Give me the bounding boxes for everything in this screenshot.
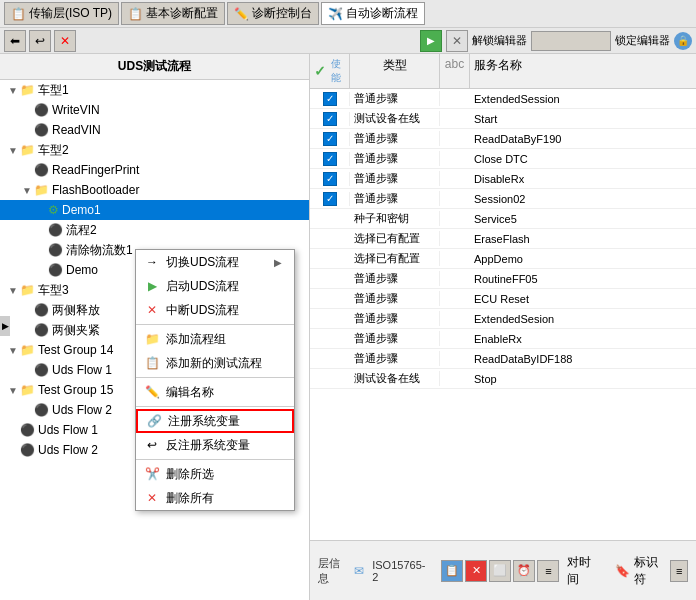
tree-node-flashboot[interactable]: ▼ 📁 FlashBootloader	[0, 180, 309, 200]
tree-node-readvin[interactable]: ⚫ ReadVIN	[0, 120, 309, 140]
menu-delete-all[interactable]: ✕ 删除所有	[136, 486, 294, 510]
tab-iso-tp-icon: 📋	[11, 7, 26, 21]
tree-node-writevin[interactable]: ⚫ WriteVIN	[0, 100, 309, 120]
cell-enable-1[interactable]: ✓	[310, 112, 350, 126]
cell-service-10: ECU Reset	[470, 293, 696, 305]
tree-node-car2[interactable]: ▼ 📁 车型2	[0, 140, 309, 160]
expand-testgroup14[interactable]: ▼	[6, 345, 20, 356]
cell-enable-0[interactable]: ✓	[310, 92, 350, 106]
cell-type-3: 普通步骤	[350, 151, 440, 166]
table-row[interactable]: 普通步骤 RoutineFF05	[310, 269, 696, 289]
main-container: UDS测试流程 ▼ 📁 车型1 ⚫ WriteVIN ⚫ ReadVIN ▼ 📁…	[0, 54, 696, 600]
menu-switch-label: 切换UDS流程	[166, 254, 239, 271]
menu-unregister-label: 反注册系统变量	[166, 437, 250, 454]
cell-enable-5[interactable]: ✓	[310, 192, 350, 206]
tab-iso-tp[interactable]: 📋 传输层(ISO TP)	[4, 2, 119, 25]
menu-unregister-var[interactable]: ↩ 反注册系统变量	[136, 433, 294, 457]
flashboot-label: FlashBootloader	[52, 183, 139, 197]
table-row[interactable]: 普通步骤 ReadDataByIDF188	[310, 349, 696, 369]
cell-type-2: 普通步骤	[350, 131, 440, 146]
bottom-btn-3[interactable]: ⬜	[489, 560, 511, 582]
cell-service-11: ExtendedSesion	[470, 313, 696, 325]
bottom-btn-id[interactable]: ≡	[670, 560, 688, 582]
bottom-btn-4[interactable]: ⏰	[513, 560, 535, 582]
table-row[interactable]: 普通步骤 ECU Reset	[310, 289, 696, 309]
cell-type-9: 普通步骤	[350, 271, 440, 286]
lock-input[interactable]	[531, 31, 611, 51]
menu-stop-label: 中断UDS流程	[166, 302, 239, 319]
dot-udsflow2: ⚫	[34, 403, 49, 417]
play-button[interactable]: ▶	[420, 30, 442, 52]
menu-edit-label: 编辑名称	[166, 384, 214, 401]
menu-add-group[interactable]: 📁 添加流程组	[136, 327, 294, 351]
time-label: 对时间	[567, 554, 595, 588]
header-service: 服务名称	[474, 58, 522, 72]
tree-node-car1[interactable]: ▼ 📁 车型1	[0, 80, 309, 100]
menu-add-flow[interactable]: 📋 添加新的测试流程	[136, 351, 294, 375]
dot-demo: ⚫	[48, 263, 63, 277]
top-bar: 📋 传输层(ISO TP) 📋 基本诊断配置 ✏️ 诊断控制台 ✈️ 自动诊断流…	[0, 0, 696, 28]
table-row[interactable]: 种子和密钥 Service5	[310, 209, 696, 229]
toolbar-btn-2[interactable]: ↩	[29, 30, 51, 52]
menu-register-var[interactable]: 🔗 注册系统变量	[136, 409, 294, 433]
cell-service-0: ExtendedSession	[470, 93, 696, 105]
dot-liangjian1: ⚫	[34, 303, 49, 317]
menu-sep-1	[136, 324, 294, 325]
table-row[interactable]: 测试设备在线 Stop	[310, 369, 696, 389]
readvin-label: ReadVIN	[52, 123, 101, 137]
expand-flashboot[interactable]: ▼	[20, 185, 34, 196]
expand-car2[interactable]: ▼	[6, 145, 20, 156]
table-row[interactable]: ✓ 普通步骤 ExtendedSession	[310, 89, 696, 109]
cell-service-7: EraseFlash	[470, 233, 696, 245]
bottom-btn-2[interactable]: ✕	[465, 560, 487, 582]
demo1-label: Demo1	[62, 203, 101, 217]
table-row[interactable]: ✓ 普通步骤 Close DTC	[310, 149, 696, 169]
stop-button[interactable]: ✕	[446, 30, 468, 52]
tab-auto-diag[interactable]: ✈️ 自动诊断流程	[321, 2, 425, 25]
tree-node-demo1[interactable]: ⚙ Demo1	[0, 200, 309, 220]
tab-basic-diag[interactable]: 📋 基本诊断配置	[121, 2, 225, 25]
table-row[interactable]: ✓ 普通步骤 DisableRx	[310, 169, 696, 189]
menu-start-uds[interactable]: ▶ 启动UDS流程	[136, 274, 294, 298]
right-bottom: 对时间 🔖 标识符 ≡	[567, 554, 688, 588]
tab-diag-console[interactable]: ✏️ 诊断控制台	[227, 2, 319, 25]
menu-switch-uds[interactable]: → 切换UDS流程 ▶	[136, 250, 294, 274]
udsflow1b-label: Uds Flow 1	[38, 423, 98, 437]
table-row[interactable]: ✓ 普通步骤 ReadDataByF190	[310, 129, 696, 149]
table-row[interactable]: 选择已有配置 EraseFlash	[310, 229, 696, 249]
cell-enable-2[interactable]: ✓	[310, 132, 350, 146]
menu-stop-uds[interactable]: ✕ 中断UDS流程	[136, 298, 294, 322]
menu-edit-name[interactable]: ✏️ 编辑名称	[136, 380, 294, 404]
toolbar-btn-3[interactable]: ✕	[54, 30, 76, 52]
cell-enable-4[interactable]: ✓	[310, 172, 350, 186]
cell-service-8: AppDemo	[470, 253, 696, 265]
menu-sep-3	[136, 406, 294, 407]
mail-icon: ✉	[354, 564, 364, 578]
menu-edit-icon: ✏️	[144, 384, 160, 400]
lock-button[interactable]: 🔒	[674, 32, 692, 50]
table-row[interactable]: ✓ 测试设备在线 Start	[310, 109, 696, 129]
menu-add-flow-icon: 📋	[144, 355, 160, 371]
expand-car3[interactable]: ▼	[6, 285, 20, 296]
expand-car1[interactable]: ▼	[6, 85, 20, 96]
checkbox-checked: ✓	[323, 92, 337, 106]
toolbar-btn-1[interactable]: ⬅	[4, 30, 26, 52]
table-row[interactable]: 普通步骤 EnableRx	[310, 329, 696, 349]
bottom-btn-1[interactable]: 📋	[441, 560, 463, 582]
cell-type-10: 普通步骤	[350, 291, 440, 306]
menu-unregister-icon: ↩	[144, 437, 160, 453]
tree-node-readfinger[interactable]: ⚫ ReadFingerPrint	[0, 160, 309, 180]
table-row[interactable]: 普通步骤 ExtendedSesion	[310, 309, 696, 329]
menu-delete-selected[interactable]: ✂️ 删除所选	[136, 462, 294, 486]
cell-type-1: 测试设备在线	[350, 111, 440, 126]
menu-delete-sel-label: 删除所选	[166, 466, 214, 483]
cell-enable-3[interactable]: ✓	[310, 152, 350, 166]
table-row[interactable]: ✓ 普通步骤 Session02	[310, 189, 696, 209]
table-row[interactable]: 选择已有配置 AppDemo	[310, 249, 696, 269]
bottom-btn-5[interactable]: ≡	[537, 560, 559, 582]
side-arrow[interactable]: ▶	[0, 316, 10, 336]
tree-node-flow2[interactable]: ⚫ 流程2	[0, 220, 309, 240]
expand-testgroup15[interactable]: ▼	[6, 385, 20, 396]
second-bar: ⬅ ↩ ✕ ▶ ✕ 解锁编辑器 锁定编辑器 🔒	[0, 28, 696, 54]
menu-sep-2	[136, 377, 294, 378]
